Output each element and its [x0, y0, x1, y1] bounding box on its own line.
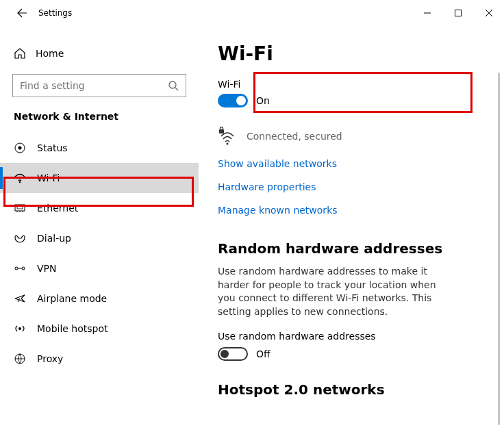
nav-list: Status Wi-Fi Ethernet [0, 133, 199, 374]
svg-point-11 [226, 142, 228, 144]
maximize-icon [455, 10, 462, 16]
titlebar: Settings [0, 0, 504, 26]
svg-rect-0 [455, 10, 461, 16]
home-label: Home [36, 48, 64, 59]
random-mac-toggle-label: Use random hardware addresses [218, 331, 485, 342]
svg-rect-12 [219, 129, 224, 134]
home-icon [14, 47, 26, 60]
sidebar-item-label: Airplane mode [37, 293, 107, 304]
sidebar-item-label: VPN [37, 263, 57, 274]
sidebar-item-label: Mobile hotspot [37, 323, 108, 334]
sidebar: Home Network & Internet Status [0, 26, 200, 432]
sidebar-item-label: Proxy [37, 353, 63, 364]
status-icon [14, 142, 26, 154]
search-icon [161, 80, 186, 91]
airplane-icon [14, 292, 26, 305]
link-show-networks[interactable]: Show available networks [218, 158, 485, 169]
search-input[interactable] [13, 75, 161, 97]
page-title: Wi-Fi [218, 42, 485, 65]
hotspot2-heading: Hotspot 2.0 networks [218, 381, 485, 398]
svg-point-3 [18, 147, 22, 150]
vpn-icon [14, 262, 26, 275]
sidebar-item-label: Wi-Fi [37, 173, 60, 183]
sidebar-item-airplane[interactable]: Airplane mode [0, 283, 199, 314]
proxy-icon [14, 353, 26, 365]
random-mac-toggle-state: Off [256, 348, 270, 359]
ethernet-icon [14, 202, 26, 214]
sidebar-item-status[interactable]: Status [0, 133, 199, 163]
sidebar-item-ethernet[interactable]: Ethernet [0, 193, 199, 223]
minimize-icon [424, 10, 431, 16]
category-heading: Network & Internet [0, 97, 199, 127]
random-mac-toggle[interactable] [218, 347, 248, 361]
svg-point-8 [22, 267, 25, 270]
dialup-icon [14, 232, 26, 244]
back-button[interactable] [11, 2, 33, 24]
wifi-toggle-state: On [256, 95, 270, 106]
wifi-toggle-label: Wi-Fi [218, 79, 485, 90]
minimize-button[interactable] [412, 2, 442, 24]
home-nav[interactable]: Home [0, 40, 199, 67]
sidebar-item-vpn[interactable]: VPN [0, 253, 199, 283]
content-pane: Wi-Fi Wi-Fi On Connected, secured Show a [200, 26, 504, 432]
wifi-icon [14, 172, 26, 184]
hotspot-icon [14, 322, 26, 335]
svg-point-9 [18, 327, 21, 330]
sidebar-item-label: Ethernet [37, 203, 78, 214]
random-mac-heading: Random hardware addresses [218, 240, 485, 257]
connection-status: Connected, secured [247, 131, 342, 142]
search-box[interactable] [12, 74, 186, 97]
svg-point-1 [169, 81, 176, 88]
svg-point-4 [19, 181, 21, 183]
close-button[interactable] [473, 2, 504, 24]
wifi-toggle[interactable] [218, 94, 248, 107]
maximize-button[interactable] [442, 2, 473, 24]
sidebar-item-proxy[interactable]: Proxy [0, 344, 199, 374]
close-icon [486, 10, 492, 16]
sidebar-item-label: Status [37, 142, 68, 153]
sidebar-item-dialup[interactable]: Dial-up [0, 223, 199, 253]
sidebar-item-label: Dial-up [37, 233, 71, 244]
svg-rect-5 [15, 205, 25, 211]
window-title: Settings [38, 8, 72, 18]
scrollbar[interactable] [498, 73, 500, 425]
wifi-secured-icon [218, 127, 237, 146]
link-manage-known[interactable]: Manage known networks [218, 205, 485, 216]
svg-rect-6 [17, 206, 23, 209]
random-mac-desc: Use random hardware addresses to make it… [218, 265, 437, 318]
link-hardware-properties[interactable]: Hardware properties [218, 181, 485, 192]
svg-point-7 [15, 267, 18, 270]
sidebar-item-hotspot[interactable]: Mobile hotspot [0, 314, 199, 344]
sidebar-item-wifi[interactable]: Wi-Fi [0, 163, 199, 193]
arrow-left-icon [16, 8, 27, 18]
